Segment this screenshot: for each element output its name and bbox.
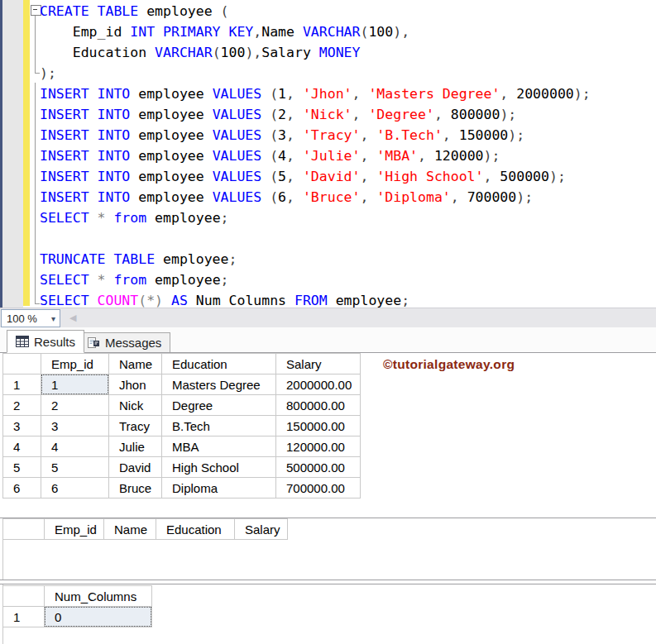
code-line[interactable]: SELECT * from employee; <box>40 208 591 228</box>
code-line[interactable] <box>40 228 591 249</box>
table-row: 66BruceDiploma700000.00 <box>3 478 361 499</box>
table-row: 55DavidHigh School500000.00 <box>3 457 361 478</box>
grid-cell[interactable]: 800000.00 <box>276 395 361 416</box>
selected-cell[interactable]: 0 <box>45 607 152 627</box>
row-header[interactable]: 2 <box>3 395 41 416</box>
grid-cell[interactable]: Diploma <box>162 478 276 499</box>
row-header[interactable]: 5 <box>3 457 41 478</box>
grid-cell[interactable]: David <box>109 457 162 478</box>
watermark: ©tutorialgateway.org <box>383 357 515 372</box>
code-editor[interactable]: CREATE TABLE employee ( Emp_id INT PRIMA… <box>0 0 656 308</box>
grid-cell[interactable]: Degree <box>162 395 276 416</box>
column-header[interactable]: Education <box>156 519 235 540</box>
outline-bracket <box>35 16 36 73</box>
column-header[interactable]: Emp_id <box>45 519 104 540</box>
zoom-value: 100 % <box>2 312 47 325</box>
code-line[interactable]: Education VARCHAR(100),Salary MONEY <box>40 42 591 63</box>
grid-cell[interactable]: Masters Degree <box>162 374 276 395</box>
ssms-query-window: CREATE TABLE employee ( Emp_id INT PRIMA… <box>0 0 656 644</box>
tab-messages[interactable]: Messages <box>78 332 170 353</box>
code-line[interactable]: SELECT COUNT(*) AS Num_Columns FROM empl… <box>40 290 591 308</box>
column-header[interactable]: Emp_id <box>41 354 109 374</box>
outline-margin[interactable] <box>30 0 40 308</box>
column-header[interactable]: Num_Columns <box>45 586 152 607</box>
code-line[interactable]: INSERT INTO employee VALUES (1, 'Jhon', … <box>40 83 591 104</box>
grid-cell[interactable]: 6 <box>41 478 109 499</box>
breakpoint-margin[interactable] <box>2 0 23 308</box>
grid-cell[interactable]: Tracy <box>109 416 162 436</box>
grid-cell[interactable]: MBA <box>162 436 276 457</box>
grid-corner[interactable] <box>3 519 45 540</box>
grid-corner[interactable] <box>3 586 45 607</box>
chevron-down-icon: ▾ <box>47 314 60 323</box>
grid-corner[interactable] <box>3 354 41 374</box>
grid-cell[interactable]: 5 <box>41 457 109 478</box>
code-line[interactable]: INSERT INTO employee VALUES (3, 'Tracy',… <box>40 125 591 145</box>
change-tracking-bar <box>23 0 30 306</box>
grid-cell[interactable]: Nick <box>109 395 162 416</box>
code-line[interactable]: CREATE TABLE employee ( <box>40 1 591 21</box>
tab-results[interactable]: Results <box>7 330 84 353</box>
row-header[interactable]: 1 <box>3 607 45 627</box>
code-line[interactable]: ); <box>40 63 591 83</box>
grid-cell[interactable]: 2000000.00 <box>276 374 361 395</box>
row-header[interactable]: 4 <box>3 436 41 457</box>
grid-cell[interactable]: High School <box>162 457 276 478</box>
table-row: 44JulieMBA120000.00 <box>3 436 361 457</box>
sql-code-text[interactable]: CREATE TABLE employee ( Emp_id INT PRIMA… <box>40 1 591 308</box>
table-row: 10 <box>3 607 152 627</box>
horizontal-scrollbar[interactable]: ◀ <box>61 308 656 328</box>
column-header[interactable]: Education <box>162 354 276 374</box>
column-header[interactable]: Name <box>104 519 156 540</box>
selected-cell[interactable]: 1 <box>41 374 109 395</box>
row-header[interactable]: 3 <box>3 416 41 436</box>
messages-icon <box>87 336 100 349</box>
code-line[interactable]: INSERT INTO employee VALUES (2, 'Nick', … <box>40 104 591 125</box>
results-grid-1[interactable]: Emp_idNameEducationSalary11JhonMasters D… <box>2 353 361 499</box>
results-panel-3: Num_Columns10 <box>0 584 656 644</box>
grid-cell[interactable]: Jhon <box>109 374 162 395</box>
code-line[interactable]: TRUNCATE TABLE employee; <box>40 249 591 270</box>
column-header[interactable]: Salary <box>235 519 288 540</box>
code-line[interactable]: SELECT * from employee; <box>40 270 591 290</box>
grid-cell[interactable]: 4 <box>41 436 109 457</box>
outline-bracket <box>35 83 36 303</box>
grid-cell[interactable]: Bruce <box>109 478 162 499</box>
row-header[interactable]: 6 <box>3 478 41 499</box>
grid-cell[interactable]: 700000.00 <box>276 478 361 499</box>
results-panel-2: Emp_idNameEducationSalary <box>0 518 656 580</box>
row-header[interactable]: 1 <box>3 374 41 395</box>
tab-results-label: Results <box>34 335 75 349</box>
results-grid-2[interactable]: Emp_idNameEducationSalary <box>2 518 288 540</box>
column-header[interactable]: Salary <box>276 354 361 374</box>
column-header[interactable]: Name <box>109 354 162 374</box>
results-grid-3[interactable]: Num_Columns10 <box>2 585 152 627</box>
zoom-dropdown[interactable]: 100 % ▾ <box>1 309 60 327</box>
code-line[interactable]: INSERT INTO employee VALUES (4, 'Julie',… <box>40 145 591 166</box>
results-tabstrip: Results Messages <box>0 327 656 352</box>
table-row: 33TracyB.Tech150000.00 <box>3 416 361 436</box>
grid-cell[interactable]: 500000.00 <box>276 457 361 478</box>
results-pane: Results Messages Emp_idNa <box>0 327 656 644</box>
editor-bottom-bar: 100 % ▾ ◀ <box>0 308 656 328</box>
grid-cell[interactable]: 120000.00 <box>276 436 361 457</box>
table-row: 22NickDegree800000.00 <box>3 395 361 416</box>
code-line[interactable]: INSERT INTO employee VALUES (6, 'Bruce',… <box>40 187 591 208</box>
results-grid-icon <box>16 336 29 347</box>
grid-cell[interactable]: 2 <box>41 395 109 416</box>
grid-cell[interactable]: B.Tech <box>162 416 276 436</box>
grid-cell[interactable]: 3 <box>41 416 109 436</box>
code-line[interactable]: INSERT INTO employee VALUES (5, 'David',… <box>40 166 591 187</box>
table-row: 11JhonMasters Degree2000000.00 <box>3 374 361 395</box>
grid-cell[interactable]: 150000.00 <box>276 416 361 436</box>
code-line[interactable]: Emp_id INT PRIMARY KEY,Name VARCHAR(100)… <box>40 21 591 42</box>
scroll-left-icon[interactable]: ◀ <box>69 312 76 323</box>
grid-cell[interactable]: Julie <box>109 436 162 457</box>
tab-messages-label: Messages <box>105 336 161 350</box>
